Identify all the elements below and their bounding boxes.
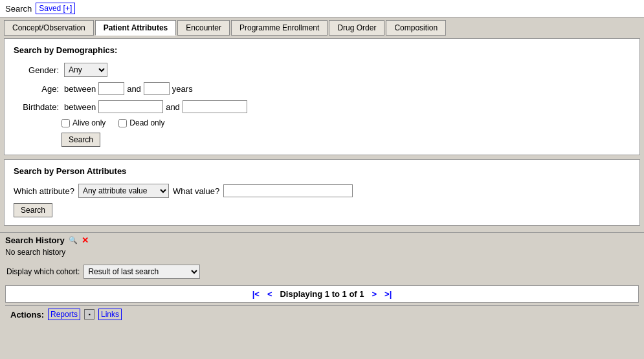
links-link[interactable]: Links xyxy=(98,309,122,320)
birthdate-from-input[interactable] xyxy=(98,100,163,113)
dead-only-checkbox[interactable] xyxy=(118,119,127,127)
tab-programme-enrollment[interactable]: Programme Enrollment xyxy=(231,20,328,36)
actions-label: Actions: xyxy=(10,310,44,320)
person-attributes-search-button[interactable]: Search xyxy=(14,203,52,217)
age-between-text: between xyxy=(64,84,96,94)
tab-concept[interactable]: Concept/Observation xyxy=(4,20,94,36)
page-title: Search xyxy=(5,4,32,14)
search-history-section: Search History 🔍 ✕ No search history Dis… xyxy=(0,232,644,327)
gender-select[interactable]: Any Male Female xyxy=(64,63,107,77)
cohort-select[interactable]: Result of last search All patients No co… xyxy=(83,265,200,279)
nav-display-text: Displaying 1 to 1 of 1 xyxy=(280,289,364,299)
dead-only-checkbox-label[interactable]: Dead only xyxy=(118,118,164,127)
gender-row: Gender: Any Male Female xyxy=(14,63,630,77)
tab-patient-attributes[interactable]: Patient Attributes xyxy=(95,20,177,36)
age-years-text: years xyxy=(172,84,193,94)
age-label: Age: xyxy=(14,84,59,94)
reports-link[interactable]: Reports xyxy=(48,309,80,320)
nav-first[interactable]: |< xyxy=(252,289,260,299)
demographics-search-button[interactable]: Search xyxy=(61,133,100,147)
age-row: Age: between and years xyxy=(14,82,630,95)
actions-row: Actions: Reports ▪ Links xyxy=(5,305,639,323)
cohort-row: Display which cohort: Result of last sea… xyxy=(5,262,639,281)
reports-icon-btn[interactable]: ▪ xyxy=(84,309,94,320)
search-history-header: Search History 🔍 ✕ xyxy=(5,235,639,245)
alive-only-checkbox-label[interactable]: Alive only xyxy=(61,118,105,127)
attribute-row: Which attribute? Any attribute value Wha… xyxy=(14,184,630,198)
tab-composition[interactable]: Composition xyxy=(386,20,446,36)
what-value-label: What value? xyxy=(173,186,219,196)
alive-only-label: Alive only xyxy=(72,118,105,127)
birthdate-to-input[interactable] xyxy=(183,100,247,113)
cohort-label: Display which cohort: xyxy=(6,267,80,276)
saved-link[interactable]: Saved [+] xyxy=(36,3,75,14)
main-content: Search by Demographics: Gender: Any Male… xyxy=(0,36,644,232)
birthdate-label: Birthdate: xyxy=(14,102,59,112)
person-attributes-title: Search by Person Attributes xyxy=(14,166,630,176)
navigation-row: |< < Displaying 1 to 1 of 1 > >| xyxy=(5,285,639,303)
top-bar: Search Saved [+] xyxy=(0,0,644,17)
search-history-clear-icon[interactable]: ✕ xyxy=(82,235,89,245)
what-value-input[interactable] xyxy=(223,184,353,197)
birthdate-and-text: and xyxy=(166,102,180,112)
alive-only-checkbox[interactable] xyxy=(61,119,70,127)
demographics-title: Search by Demographics: xyxy=(14,45,630,55)
tabs-row: Concept/Observation Patient Attributes E… xyxy=(0,17,644,36)
gender-label: Gender: xyxy=(14,65,59,75)
no-history-text: No search history xyxy=(5,248,639,257)
birthdate-between-text: between xyxy=(64,102,96,112)
attribute-select[interactable]: Any attribute value xyxy=(78,184,169,198)
tab-encounter[interactable]: Encounter xyxy=(177,20,230,36)
search-history-title: Search History xyxy=(5,235,65,245)
nav-last[interactable]: >| xyxy=(384,289,392,299)
alive-dead-row: Alive only Dead only xyxy=(61,118,630,127)
demographics-panel: Search by Demographics: Gender: Any Male… xyxy=(4,38,640,155)
nav-next[interactable]: > xyxy=(372,289,377,299)
birthdate-row: Birthdate: between and xyxy=(14,100,630,113)
age-and-text: and xyxy=(127,84,141,94)
search-history-save-icon[interactable]: 🔍 xyxy=(69,236,78,245)
nav-prev[interactable]: < xyxy=(267,289,272,299)
tab-drug-order[interactable]: Drug Order xyxy=(329,20,384,36)
age-to-input[interactable] xyxy=(144,82,170,95)
person-attributes-panel: Search by Person Attributes Which attrib… xyxy=(4,159,640,226)
age-from-input[interactable] xyxy=(98,82,124,95)
which-attr-label: Which attribute? xyxy=(14,186,74,196)
dead-only-label: Dead only xyxy=(129,118,164,127)
